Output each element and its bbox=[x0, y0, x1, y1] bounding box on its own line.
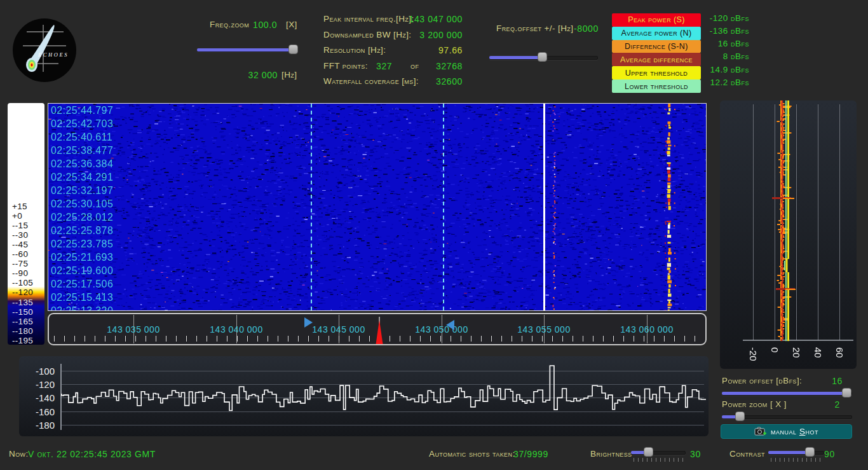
info-value-waterfall-coverage: 32600 bbox=[381, 76, 463, 86]
spectrum-y-label: -180 bbox=[19, 420, 55, 431]
contrast-value: 90 bbox=[824, 449, 835, 459]
legend-button-upper-threshold[interactable]: Upper threshold bbox=[612, 66, 701, 79]
waterfall-timestamp: 02:25:42.703 bbox=[51, 118, 113, 130]
waterfall-timestamp: 02:25:30.105 bbox=[51, 198, 113, 210]
auto-shots-label: Automatic shots taken: bbox=[429, 449, 515, 459]
power-x-label: 60 bbox=[834, 347, 845, 377]
waterfall-timestamp: 02:25:36.384 bbox=[51, 158, 113, 170]
power-zoom-slider[interactable] bbox=[722, 411, 852, 422]
waterfall-timestamp: 02:25:38.477 bbox=[51, 145, 113, 156]
slider-fill bbox=[489, 56, 543, 59]
info-value-fft-total: 32768 bbox=[419, 61, 463, 71]
brightness-label: Brightness bbox=[590, 449, 632, 459]
spectrum-plot: -100-120-140-160-180 bbox=[19, 356, 709, 436]
freq-offset-value: -8000 bbox=[574, 24, 599, 34]
power-x-label: 40 bbox=[812, 347, 824, 377]
auto-shots-value: 37/9999 bbox=[513, 449, 548, 459]
brightness-value: 30 bbox=[690, 449, 701, 459]
contrast-slider[interactable] bbox=[768, 447, 824, 457]
slider-handle[interactable] bbox=[288, 45, 298, 54]
freq-offset-slider[interactable] bbox=[489, 52, 598, 62]
slider-handle[interactable] bbox=[538, 52, 547, 62]
slider-handle[interactable] bbox=[735, 411, 745, 421]
scan-arrow-left-icon[interactable] bbox=[446, 320, 454, 330]
waterfall-timestamp: 02:25:23.785 bbox=[51, 238, 113, 250]
average-power-value: -136 dBfs bbox=[696, 26, 749, 36]
info-label-fft-points: FFT points: bbox=[323, 61, 368, 71]
slider-fill bbox=[197, 48, 294, 52]
scale-label: --180 bbox=[12, 326, 33, 336]
slider-fill bbox=[768, 451, 810, 454]
slider-handle[interactable] bbox=[842, 388, 851, 397]
scale-label: --105 bbox=[12, 278, 33, 287]
legend-button-lower-threshold[interactable]: Lower threshold bbox=[612, 79, 701, 93]
info-value-resolution: 97.66 bbox=[381, 45, 463, 55]
freq-offset-label: Freq.offset +/- [Hz] bbox=[496, 24, 573, 33]
scale-label: --15 bbox=[12, 221, 28, 230]
ruler-frequency-label: 143 040 000 bbox=[210, 324, 262, 335]
spectrum-canvas bbox=[58, 359, 706, 434]
ruler-frequency-label: 143 050 000 bbox=[415, 324, 468, 335]
freq-zoom-value: 100.0 bbox=[253, 20, 278, 30]
scale-label: +0 bbox=[12, 211, 22, 221]
scale-label: --75 bbox=[12, 259, 28, 268]
power-offset-slider[interactable] bbox=[722, 388, 852, 398]
waterfall-timestamp: 02:25:32.197 bbox=[51, 185, 113, 197]
power-offset-label: Power offset [dBfs]: bbox=[722, 376, 802, 385]
lower-threshold-value: 12.2 dBfs bbox=[696, 78, 749, 87]
slider-fill bbox=[722, 392, 847, 395]
spectrum-y-label: -100 bbox=[19, 366, 55, 377]
power-offset-value: 16 bbox=[802, 376, 843, 386]
scale-label: +15 bbox=[12, 202, 27, 211]
scale-label: --60 bbox=[12, 249, 28, 259]
peak-marker-icon[interactable] bbox=[375, 315, 384, 345]
legend-button-average-difference[interactable]: Average difference bbox=[612, 53, 701, 66]
waterfall-timestamp: 02:25:17.506 bbox=[51, 279, 113, 290]
power-x-label: 20 bbox=[790, 347, 802, 377]
freq-zoom-unit: [X] bbox=[286, 20, 297, 29]
power-history-canvas bbox=[720, 100, 857, 369]
spectrum-y-label: -120 bbox=[19, 379, 55, 390]
waterfall-timestamp: 02:25:40.611 bbox=[51, 132, 112, 143]
power-x-label: -20 bbox=[747, 347, 759, 377]
scale-label: --135 bbox=[12, 298, 33, 307]
contrast-label: Contrast bbox=[729, 449, 765, 459]
scale-label: --45 bbox=[12, 240, 28, 249]
interval-marker-right-line bbox=[443, 104, 444, 310]
info-value-peak-freq: 143 047 000 bbox=[381, 14, 463, 24]
legend-button-average-power[interactable]: Average power (N) bbox=[612, 27, 701, 40]
now-value: V окт. 22 02:25:45 2023 GMT bbox=[28, 449, 156, 459]
power-x-label: 0 bbox=[769, 347, 780, 377]
brightness-slider[interactable] bbox=[631, 447, 686, 457]
power-zoom-label: Power zoom [ X ] bbox=[722, 399, 787, 409]
waterfall-display[interactable]: 02:25:44.79702:25:42.70302:25:40.61102:2… bbox=[48, 103, 707, 311]
waterfall-timestamp: 02:25:21.693 bbox=[51, 252, 113, 263]
ruler-frequency-label: 143 035 000 bbox=[107, 324, 159, 335]
manual-shot-button[interactable]: manual Shot bbox=[721, 424, 852, 439]
plot-legend: Peak power (S) Average power (N) Differe… bbox=[612, 13, 701, 93]
freq-span-value: 32 000 bbox=[240, 70, 278, 80]
freq-zoom-slider[interactable] bbox=[197, 45, 297, 55]
scan-arrow-right-icon[interactable] bbox=[304, 317, 313, 328]
peak-power-value: -120 dBfs bbox=[696, 13, 749, 23]
legend-button-peak-power[interactable]: Peak power (S) bbox=[612, 13, 701, 27]
legend-button-difference[interactable]: Difference (S-N) bbox=[612, 40, 701, 53]
info-label-resolution: Resolution [Hz]: bbox=[323, 45, 386, 55]
freq-zoom-label: Freq.zoom bbox=[210, 20, 249, 29]
ruler-frequency-label: 143 055 000 bbox=[517, 324, 570, 335]
info-value-downsampled-bw: 3 200 000 bbox=[381, 30, 463, 40]
waterfall-timestamp: 02:25:44.797 bbox=[51, 105, 113, 116]
scale-label: --195 bbox=[12, 336, 33, 345]
power-color-scale: +15+0--15--30--45--60--75--90--105--120-… bbox=[8, 103, 44, 345]
scale-label: --90 bbox=[12, 268, 28, 278]
slider-handle[interactable] bbox=[644, 447, 653, 457]
slider-handle[interactable] bbox=[805, 447, 815, 457]
upper-threshold-value: 14.9 dBfs bbox=[696, 65, 749, 74]
waterfall-timestamp: 02:25:13.320 bbox=[51, 305, 113, 311]
scale-label: --30 bbox=[12, 230, 28, 240]
frequency-ruler[interactable]: 143 035 000143 040 000143 045 000143 050… bbox=[48, 313, 707, 345]
spectrum-y-label: -160 bbox=[19, 406, 55, 417]
interval-marker-left-line bbox=[311, 104, 312, 310]
power-history-plot: -200204060 bbox=[720, 100, 857, 369]
freq-span-unit: [Hz] bbox=[281, 70, 297, 79]
